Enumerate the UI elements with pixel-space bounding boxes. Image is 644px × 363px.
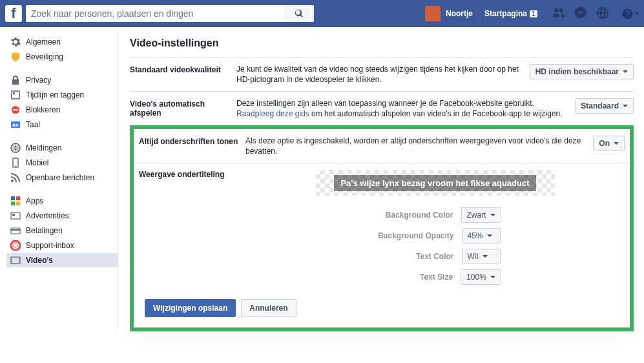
sidebar-item-taal[interactable]: Aא Taal [6, 118, 118, 132]
sidebar-item-betalingen[interactable]: Betalingen [6, 223, 118, 238]
svg-point-19 [14, 244, 17, 247]
avatar[interactable] [425, 6, 441, 21]
svg-rect-10 [11, 196, 15, 200]
captions-always-dropdown[interactable]: On [593, 136, 625, 151]
cancel-button[interactable]: Annuleren [241, 299, 296, 317]
subtitle-preview-area: Pa's wijze lynx bezag vroom het fikse aq… [316, 170, 555, 196]
sidebar-item-meldingen[interactable]: Meldingen [6, 141, 118, 155]
globe-icon[interactable] [596, 6, 610, 22]
svg-rect-0 [12, 91, 19, 99]
gear-icon [10, 37, 21, 47]
quality-desc: Je kunt de kwaliteit van de video nog st… [236, 64, 530, 85]
search-box [26, 5, 314, 22]
sidebar-item-privacy[interactable]: Privacy [6, 73, 118, 87]
search-input[interactable] [26, 5, 284, 22]
sidebar-item-label: Meldingen [26, 143, 61, 152]
autoplay-dropdown[interactable]: Standaard [575, 98, 634, 114]
save-button[interactable]: Wijzigingen opslaan [145, 299, 236, 317]
row-quality: Standaard videokwaliteit Je kunt de kwal… [130, 57, 634, 92]
sidebar-item-label: Taal [26, 120, 40, 129]
film-icon [10, 255, 21, 265]
sidebar-item-openbare[interactable]: Openbare berichten [6, 171, 118, 185]
sidebar-item-label: Video's [26, 256, 53, 265]
home-link[interactable]: Startpagina 1 [481, 9, 541, 18]
apps-icon [10, 196, 21, 206]
sidebar-item-label: Betalingen [26, 226, 63, 235]
chevron-down-icon [487, 234, 492, 237]
page-title: Video-instellingen [130, 37, 634, 57]
sidebar-item-label: Algemeen [26, 37, 61, 47]
svg-rect-12 [11, 202, 15, 205]
svg-rect-21 [11, 257, 12, 264]
subtitle-display-label: Weergave ondertiteling [139, 170, 245, 179]
quality-label: Standaard videokwaliteit [130, 64, 236, 74]
sidebar-item-beveiliging[interactable]: Beveiliging [6, 50, 118, 64]
row-autoplay: Video's automatisch afspelen Deze instel… [130, 92, 634, 125]
quality-dropdown[interactable]: HD indien beschikbaar [530, 64, 634, 79]
user-name-label[interactable]: Noortje [446, 9, 473, 18]
text-size-label: Text Size [369, 273, 453, 282]
autoplay-value: Standaard [581, 101, 619, 110]
sidebar-item-videos[interactable]: Video's [6, 253, 118, 267]
bg-opacity-dropdown[interactable]: 45% [462, 228, 501, 244]
captions-always-desc: Als deze optie is ingeschakeld, worden e… [245, 136, 593, 156]
facebook-logo[interactable]: f [5, 5, 22, 22]
text-color-dropdown[interactable]: Wit [462, 249, 501, 264]
chevron-down-icon [623, 105, 628, 107]
lock-icon [10, 75, 21, 85]
search-button[interactable] [284, 5, 314, 22]
svg-rect-20 [11, 257, 20, 264]
messenger-icon[interactable] [574, 6, 588, 22]
top-header: f Noortje Startpagina 1 [0, 0, 644, 27]
sidebar-item-label: Blokkeren [26, 105, 60, 114]
sidebar-item-algemeen[interactable]: Algemeen [6, 35, 118, 49]
chevron-down-icon [623, 70, 628, 73]
sidebar-item-apps[interactable]: Apps [6, 194, 118, 208]
ad-icon [10, 211, 21, 221]
autoplay-guide-link[interactable]: Raadpleeg deze gids [236, 109, 309, 118]
subtitle-preview-text: Pa's wijze lynx bezag vroom het fikse aq… [334, 175, 535, 191]
chevron-down-icon [490, 214, 495, 216]
sidebar-item-label: Privacy [26, 76, 51, 85]
autoplay-desc: Deze instellingen zijn alleen van toepas… [236, 98, 575, 119]
sidebar-item-advertenties[interactable]: Advertenties [6, 209, 118, 223]
chevron-down-icon [490, 276, 495, 278]
svg-rect-15 [12, 214, 15, 216]
card-icon [10, 225, 21, 236]
help-icon[interactable] [621, 8, 639, 20]
svg-rect-16 [11, 228, 20, 234]
block-icon [10, 105, 21, 115]
sidebar-item-mobiel[interactable]: Mobiel [6, 156, 118, 170]
bg-color-dropdown[interactable]: Zwart [461, 207, 501, 223]
svg-rect-1 [13, 92, 15, 94]
svg-point-8 [15, 165, 16, 167]
autoplay-label: Video's automatisch afspelen [130, 98, 236, 118]
language-icon: Aא [10, 119, 21, 130]
row-captions-always: Altijd onderschriften tonen Als deze opt… [134, 129, 630, 163]
sidebar-item-label: Openbare berichten [26, 173, 94, 182]
svg-rect-3 [13, 109, 18, 110]
chevron-down-icon [635, 12, 639, 15]
mobile-icon [10, 158, 21, 168]
friends-icon[interactable] [552, 6, 566, 22]
sidebar-item-label: Support-inbox [26, 241, 74, 250]
sidebar-item-label: Apps [26, 196, 43, 205]
svg-text:Aא: Aא [12, 123, 19, 127]
sidebar-item-blokkeren[interactable]: Blokkeren [6, 103, 118, 117]
home-badge: 1 [530, 10, 537, 17]
shield-icon [10, 52, 21, 62]
chevron-down-icon [483, 255, 488, 258]
bg-color-label: Background Color [369, 211, 453, 220]
text-size-dropdown[interactable]: 100% [461, 269, 501, 285]
lifebuoy-icon [10, 240, 21, 251]
text-color-label: Text Color [370, 252, 454, 261]
quality-value: HD indien beschikbaar [535, 67, 619, 76]
home-label: Startpagina [484, 9, 527, 18]
svg-rect-17 [11, 229, 20, 231]
svg-rect-22 [19, 257, 20, 264]
captions-always-label: Altijd onderschriften tonen [139, 136, 245, 146]
sidebar-item-tijdlijn[interactable]: Tijdlijn en taggen [6, 88, 118, 102]
sidebar-item-support[interactable]: Support-inbox [6, 238, 118, 253]
rss-icon [10, 172, 21, 183]
captions-always-value: On [599, 139, 610, 148]
